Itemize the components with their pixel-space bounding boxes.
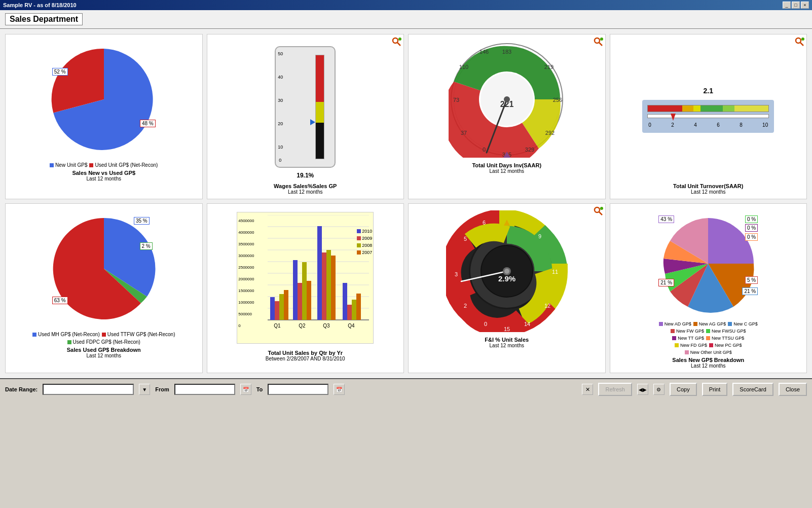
svg-point-82	[504, 269, 509, 274]
svg-rect-52	[343, 283, 347, 320]
svg-rect-46	[302, 262, 307, 320]
scorecard-button[interactable]: ScoreCard	[732, 383, 773, 396]
legend-mh: Used MH GP$ (Net-Recon)	[32, 332, 100, 337]
chart-new-gp-breakdown: 43 % 21 % 21 % 5 % 0 % 0 % 0 % New AD GP…	[610, 203, 807, 373]
refresh-button[interactable]: Refresh	[598, 383, 632, 396]
minimize-button[interactable]: _	[783, 2, 791, 9]
label-0c: 0 %	[745, 233, 758, 241]
chart-wages-sales: 50 40 30 20 10 0 19.1% Wages Sales%Sales…	[207, 34, 404, 199]
svg-text:Q2: Q2	[299, 323, 306, 329]
from-label: From	[155, 386, 169, 392]
chart-title-2: Wages Sales%Sales GP	[274, 183, 337, 189]
close-button[interactable]: Close	[779, 383, 807, 396]
horiz-gauge-box: 0 2 4 6 8 10	[642, 100, 774, 133]
dashboard: 52 % 48 % New Unit GP$ Used Unit GP$ (Ne…	[0, 29, 812, 378]
svg-text:219: 219	[544, 64, 553, 70]
speedometer-gauge: 183 219 256 292 329 365 0 37 73 110 146 …	[449, 41, 565, 158]
page-title: Sales Department	[5, 13, 83, 25]
svg-text:0: 0	[484, 321, 487, 327]
chart-title-8: Sales New GP$ Breakdown	[672, 357, 744, 363]
chart-subtitle-3: Last 12 months	[490, 168, 524, 174]
chart-subtitle-6: Between 2/28/2007 AND 8/31/2010	[266, 356, 345, 361]
search-icon-2[interactable]	[391, 37, 401, 47]
svg-text:14: 14	[524, 321, 530, 327]
maximize-button[interactable]: □	[792, 2, 800, 9]
legend-fw: New FW GP$	[671, 329, 704, 334]
chart-subtitle-5: Last 12 months	[87, 353, 121, 358]
chart-subtitle-4: Last 12 months	[691, 189, 725, 195]
label-0a: 0 %	[745, 215, 758, 223]
label-0b: 0 %	[745, 224, 758, 232]
legend-ttsu: New TTSU GP$	[706, 336, 744, 341]
legend-ad: New AD GP$	[659, 321, 691, 326]
chart-unit-turnover: 2.1	[610, 34, 807, 199]
svg-marker-28	[671, 114, 676, 121]
chart-unit-days-inv: 183 219 256 292 329 365 0 37 73 110 146 …	[408, 34, 606, 199]
turnover-value: 2.1	[704, 87, 713, 95]
window-title: Sample RV - as of 8/18/2010	[3, 2, 77, 8]
svg-rect-50	[326, 250, 331, 320]
label-21-right: 21 %	[742, 287, 758, 295]
thermometer: 50 40 30 20 10 0	[275, 46, 336, 168]
settings-button[interactable]: ⚙	[653, 384, 665, 395]
pie-new-vs-used: 52 % 48 %	[48, 44, 160, 155]
chart-fi-unit-sales: 8 9 11 12 14 15 0 2 3 5 6 2.9%	[408, 203, 606, 373]
legend-fdpc: Used FDPC GP$ (Net-Recon)	[67, 339, 140, 345]
svg-rect-40	[270, 297, 275, 320]
to-calendar[interactable]: 📅	[334, 384, 345, 395]
svg-line-26	[800, 43, 803, 46]
label-48: 48 %	[140, 120, 156, 127]
label-5: 5 %	[745, 276, 758, 284]
window-controls[interactable]: _ □ ×	[783, 2, 809, 9]
svg-rect-53	[347, 305, 352, 320]
date-range-label: Date Range:	[5, 386, 38, 392]
chart-title-4: Total Unit Turnover(SAAR)	[673, 183, 743, 189]
legend-fd: New FD GP$	[675, 343, 707, 348]
legend-other: New Other Unit GP$	[685, 350, 732, 355]
legend-new-vs-used: New Unit GP$ Used Unit GP$ (Net-Recon)	[50, 162, 158, 168]
svg-text:6: 6	[483, 220, 486, 226]
svg-point-27	[801, 38, 804, 41]
svg-text:15: 15	[504, 326, 510, 332]
svg-text:73: 73	[453, 97, 459, 103]
search-icon-3[interactable]	[593, 37, 603, 47]
svg-rect-44	[293, 260, 298, 320]
chart-title-1: Sales New vs Used GP$	[72, 170, 135, 176]
chart-title-3: Total Unit Days Inv(SAAR)	[472, 162, 541, 168]
label-35: 35 %	[134, 217, 150, 225]
svg-rect-47	[307, 281, 311, 320]
legend-new-breakdown: New AD GP$ New AG GP$ New C GP$ New FW G…	[657, 321, 759, 355]
search-icon-4[interactable]	[794, 37, 804, 47]
from-calendar[interactable]: 📅	[240, 384, 251, 395]
svg-rect-49	[322, 252, 326, 320]
label-21-left: 21 %	[658, 279, 674, 286]
svg-point-2	[398, 38, 401, 41]
legend-used-breakdown: Used MH GP$ (Net-Recon) Used TTFW GP$ (N…	[10, 332, 198, 345]
to-input[interactable]	[268, 384, 328, 395]
nav-button[interactable]: ◀▶	[637, 384, 648, 395]
svg-point-25	[796, 38, 801, 43]
svg-point-62	[600, 207, 603, 210]
svg-line-4	[599, 43, 602, 46]
from-input[interactable]	[174, 384, 235, 395]
thermo-value: 19.1%	[297, 172, 314, 179]
svg-text:2.9%: 2.9%	[498, 274, 515, 283]
svg-line-1	[397, 43, 400, 46]
date-range-dropdown[interactable]: ▼	[139, 384, 150, 395]
label-2: 2 %	[140, 242, 153, 250]
svg-text:9: 9	[538, 233, 541, 239]
svg-rect-55	[356, 294, 361, 320]
close-window-button[interactable]: ×	[801, 2, 809, 9]
stop-button[interactable]: ✕	[582, 384, 593, 395]
svg-text:2: 2	[464, 303, 467, 309]
copy-button[interactable]: Copy	[670, 383, 697, 396]
svg-text:292: 292	[545, 130, 555, 136]
label-43: 43 %	[658, 215, 674, 223]
legend-new: New Unit GP$	[50, 162, 87, 168]
svg-text:Q1: Q1	[274, 323, 281, 329]
date-range-input[interactable]	[43, 384, 134, 395]
svg-point-0	[393, 38, 398, 43]
svg-rect-54	[352, 300, 356, 320]
print-button[interactable]: Print	[702, 383, 728, 396]
search-icon-7[interactable]	[593, 206, 603, 216]
